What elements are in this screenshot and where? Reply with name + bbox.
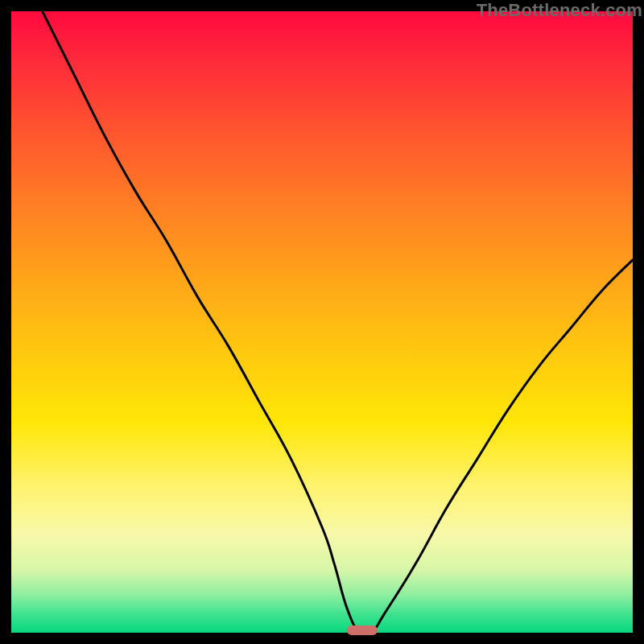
- plot-area: [11, 11, 633, 633]
- optimal-marker: [347, 625, 378, 635]
- bottleneck-curve: [11, 11, 633, 633]
- chart-frame: TheBottleneck.com: [0, 0, 644, 644]
